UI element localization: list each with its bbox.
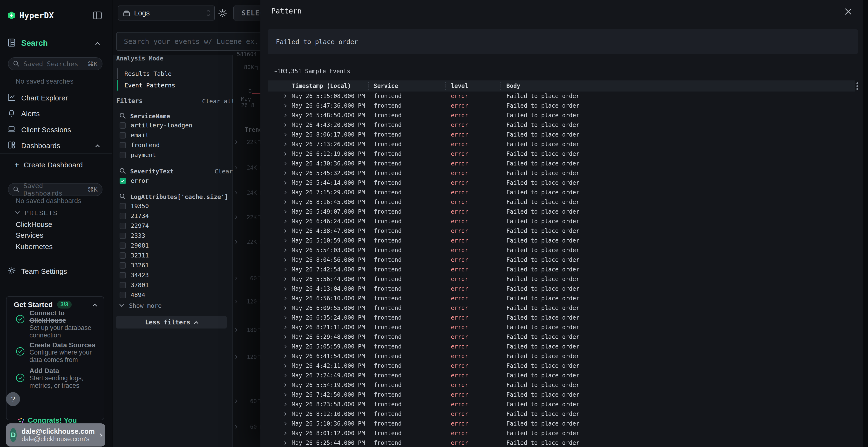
row-expand-icon[interactable] [283, 345, 286, 348]
table-row[interactable]: May 26 8:04:56.000 PMfrontenderrorFailed… [268, 255, 863, 265]
get-started-collapse-icon[interactable] [93, 304, 97, 308]
dashboards-collapse-icon[interactable] [95, 144, 100, 149]
row-expand-icon[interactable] [283, 403, 286, 406]
table-row[interactable]: May 26 5:05:59.000 PMfrontenderrorFailed… [268, 342, 863, 352]
row-expand-icon[interactable] [283, 162, 286, 165]
row-expand-icon[interactable] [283, 123, 286, 127]
column-resize-handle[interactable] [500, 82, 501, 90]
row-expand-icon[interactable] [283, 200, 286, 204]
table-row[interactable]: May 26 8:21:11.000 PMfrontenderrorFailed… [268, 323, 863, 332]
show-more-button[interactable]: Show more [129, 302, 161, 309]
filter-option[interactable]: 37801 [113, 280, 232, 290]
table-row[interactable]: May 26 7:13:26.000 PMfrontenderrorFailed… [268, 140, 863, 149]
table-row[interactable]: May 26 5:10:36.000 PMfrontenderrorFailed… [268, 419, 863, 429]
table-row[interactable]: May 26 8:16:45.000 PMfrontenderrorFailed… [268, 198, 863, 207]
table-row[interactable]: May 26 4:38:47.000 PMfrontenderrorFailed… [268, 227, 863, 236]
filter-option[interactable]: frontend [113, 140, 232, 150]
row-expand-icon[interactable] [283, 441, 286, 445]
filter-option[interactable]: 19350 [113, 201, 232, 211]
checkbox[interactable] [120, 282, 126, 288]
row-expand-icon[interactable] [283, 171, 286, 175]
filter-option[interactable]: 2333 [113, 231, 232, 241]
table-row[interactable]: May 26 6:25:44.000 PMfrontenderrorFailed… [268, 438, 863, 447]
search-collapse-icon[interactable] [95, 42, 100, 46]
row-expand-icon[interactable] [283, 220, 286, 223]
get-started-item[interactable]: Connect to ClickHouse Set up your databa… [29, 309, 91, 339]
row-expand-icon[interactable] [283, 287, 286, 290]
row-expand-icon[interactable] [283, 258, 286, 262]
clear-all-button[interactable]: Clear all [202, 98, 235, 105]
user-card[interactable]: D dale@clickhouse.com dale@clickhouse.co… [6, 423, 105, 447]
row-expand-icon[interactable] [283, 114, 286, 117]
column-resize-handle[interactable] [368, 82, 369, 90]
sidebar-item-team-settings[interactable]: Team Settings [21, 267, 67, 276]
table-row[interactable]: May 26 6:35:24.000 PMfrontenderrorFailed… [268, 313, 863, 323]
column-resize-handle[interactable] [445, 82, 446, 90]
row-expand-icon[interactable] [283, 133, 286, 136]
filter-option[interactable]: 33261 [113, 260, 232, 270]
filter-option[interactable]: artillery-loadgen [113, 121, 232, 130]
source-settings-gear-icon[interactable] [218, 9, 227, 18]
presets-label[interactable]: PRESETS [25, 209, 58, 216]
get-started-item[interactable]: Add Data Start sending logs, metrics, or… [29, 367, 84, 389]
source-select[interactable]: Logs [118, 5, 215, 21]
checkbox[interactable] [120, 203, 126, 209]
help-button[interactable]: ? [6, 392, 20, 406]
checkbox[interactable] [120, 152, 126, 158]
table-row[interactable]: May 26 7:42:50.000 PMfrontenderrorFailed… [268, 390, 863, 400]
preset-item-clickhouse[interactable]: ClickHouse [16, 220, 52, 229]
table-row[interactable]: May 26 5:54:03.000 PMfrontenderrorFailed… [268, 246, 863, 255]
create-dashboard-button[interactable]: Create Dashboard [24, 161, 83, 169]
sidebar-item-chart-explorer[interactable]: Chart Explorer [21, 94, 68, 102]
checkbox[interactable] [120, 132, 126, 138]
table-row[interactable]: May 26 6:46:24.000 PMfrontenderrorFailed… [268, 217, 863, 227]
filter-option[interactable]: 22974 [113, 221, 232, 231]
row-expand-icon[interactable] [283, 422, 286, 425]
collapse-sidebar-icon[interactable] [93, 11, 102, 19]
table-row[interactable]: May 26 4:43:20.000 PMfrontenderrorFailed… [268, 121, 863, 130]
table-row[interactable]: May 26 6:56:10.000 PMfrontenderrorFailed… [268, 294, 863, 304]
table-row[interactable]: May 26 5:49:07.000 PMfrontenderrorFailed… [268, 207, 863, 217]
filter-option[interactable]: 4894 [113, 290, 232, 300]
filter-option[interactable]: 32311 [113, 250, 232, 260]
mode-event-patterns[interactable]: Event Patterns [117, 80, 218, 91]
filter-option[interactable]: error [113, 176, 232, 186]
get-started-item[interactable]: Create Data Sources Configure where your… [29, 341, 95, 364]
table-menu-icon[interactable] [857, 85, 858, 87]
table-row[interactable]: May 26 6:29:48.000 PMfrontenderrorFailed… [268, 332, 863, 342]
table-row[interactable]: May 26 8:01:12.000 PMfrontenderrorFailed… [268, 429, 863, 438]
row-expand-icon[interactable] [283, 210, 286, 213]
filter-option[interactable]: 29081 [113, 241, 232, 250]
less-filters-button[interactable]: Less filters [116, 316, 227, 329]
table-row[interactable]: May 26 5:48:50.000 PMfrontenderrorFailed… [268, 111, 863, 121]
row-expand-icon[interactable] [283, 335, 286, 339]
row-expand-icon[interactable] [283, 248, 286, 252]
table-row[interactable]: May 26 6:12:19.000 PMfrontenderrorFailed… [268, 149, 863, 159]
row-expand-icon[interactable] [283, 297, 286, 300]
saved-searches-input[interactable]: Saved Searches ⌘K [8, 57, 102, 70]
row-expand-icon[interactable] [283, 325, 286, 329]
table-row[interactable]: May 26 7:42:54.000 PMfrontenderrorFailed… [268, 265, 863, 275]
row-expand-icon[interactable] [283, 393, 286, 397]
saved-dashboards-input[interactable]: Saved Dashboards ⌘K [8, 183, 102, 196]
checkbox[interactable] [120, 262, 126, 269]
filter-search-icon[interactable] [119, 112, 126, 119]
table-row[interactable]: May 26 4:42:11.000 PMfrontenderrorFailed… [268, 361, 863, 371]
filter-option[interactable]: 21734 [113, 211, 232, 221]
row-expand-icon[interactable] [283, 354, 286, 358]
mode-results-table[interactable]: Results Table [117, 68, 218, 79]
row-expand-icon[interactable] [283, 412, 286, 416]
row-expand-icon[interactable] [283, 191, 286, 194]
row-expand-icon[interactable] [283, 364, 286, 368]
row-expand-icon[interactable] [283, 94, 286, 98]
row-expand-icon[interactable] [283, 239, 286, 242]
table-row[interactable]: May 26 4:30:36.000 PMfrontenderrorFailed… [268, 159, 863, 169]
filter-option[interactable]: 34423 [113, 270, 232, 280]
table-row[interactable]: May 26 6:47:36.000 PMfrontenderrorFailed… [268, 101, 863, 111]
checkbox[interactable] [120, 122, 126, 129]
sidebar-item-search[interactable]: Search [21, 38, 48, 48]
row-expand-icon[interactable] [283, 104, 286, 107]
row-expand-icon[interactable] [283, 306, 286, 310]
table-row[interactable]: May 26 6:41:54.000 PMfrontenderrorFailed… [268, 352, 863, 361]
filter-option[interactable]: payment [113, 150, 232, 160]
